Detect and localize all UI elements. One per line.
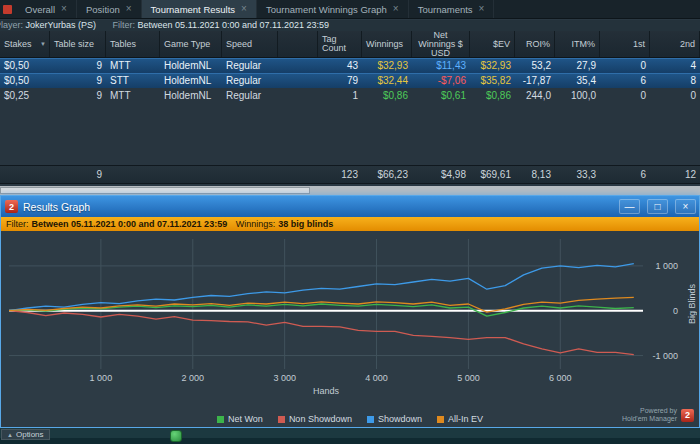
- y-axis-tick: 1 000: [646, 261, 678, 271]
- y-axis-label: Big Blinds: [685, 239, 698, 369]
- tab-label: Position: [86, 4, 120, 15]
- filter-label: Filter:: [113, 20, 136, 30]
- y-axis-ticks: 1 0000-1 000: [646, 239, 678, 369]
- column-header-spacer[interactable]: [278, 31, 318, 57]
- cell-roi: 244,0: [515, 88, 555, 103]
- cell-game-type: HoldemNL: [160, 73, 222, 88]
- cell-net-winnings: $11,43: [412, 58, 470, 73]
- cell-stakes: $0,50: [0, 58, 50, 73]
- tab-tournament-results[interactable]: Tournament Results×: [142, 0, 257, 18]
- cell-speed: Regular: [222, 88, 278, 103]
- cell-roi: -17,87: [515, 73, 555, 88]
- cell-ev: $0,86: [470, 88, 515, 103]
- tab-label: Overall: [25, 4, 55, 15]
- tab-close-icon[interactable]: ×: [393, 4, 399, 14]
- cell-second: 8: [650, 73, 700, 88]
- tab-label: Tournament Winnings Graph: [266, 4, 387, 15]
- cell-speed: Regular: [222, 58, 278, 73]
- tab-tournament-winnings-graph[interactable]: Tournament Winnings Graph×: [257, 0, 409, 18]
- cell-tag-count: 43: [318, 58, 362, 73]
- column-header-table-size[interactable]: Table size: [50, 31, 106, 57]
- legend-item-showdown: Showdown: [367, 414, 422, 424]
- cell-second: 4: [650, 58, 700, 73]
- window-titlebar[interactable]: 2 Results Graph — □ ×: [1, 196, 699, 217]
- x-axis-label: Hands: [9, 386, 643, 396]
- cell-ev: $32,93: [470, 58, 515, 73]
- powered-by-line2: Hold'em Manager: [622, 415, 677, 423]
- minimize-button[interactable]: —: [619, 199, 640, 214]
- summary-cell-first: 6: [600, 166, 650, 184]
- player-value: JokerYurbas (PS): [26, 20, 97, 30]
- column-header-second[interactable]: 2nd: [650, 31, 700, 57]
- table-row[interactable]: $0,509MTTHoldemNLRegular43$32,93$11,43$3…: [0, 58, 700, 73]
- powered-by: Powered by Hold'em Manager 2: [622, 407, 694, 423]
- tab-position[interactable]: Position×: [77, 0, 142, 18]
- legend-swatch: [278, 416, 285, 423]
- cell-roi: 53,2: [515, 58, 555, 73]
- close-button[interactable]: ×: [675, 199, 696, 214]
- tab-close-icon[interactable]: ×: [479, 4, 485, 14]
- tab-label: Tournament Results: [151, 4, 235, 15]
- cell-itm: 100,0: [555, 88, 600, 103]
- column-header-first[interactable]: 1st: [600, 31, 650, 57]
- series-non-showdown: [9, 311, 634, 355]
- horizontal-scrollbar[interactable]: [0, 186, 700, 195]
- app-icon: [3, 5, 12, 14]
- tab-close-icon[interactable]: ×: [126, 4, 132, 14]
- cell-tables: STT: [106, 73, 160, 88]
- table-row[interactable]: $0,509STTHoldemNLRegular79$32,44-$7,06$3…: [0, 73, 700, 88]
- x-axis-tick: 5 000: [457, 373, 480, 383]
- column-filter-dropdown-icon[interactable]: ▼: [40, 40, 46, 49]
- cell-second: 0: [650, 88, 700, 103]
- popup-filter-label: Filter:: [6, 219, 29, 229]
- window-title: Results Graph: [23, 201, 612, 213]
- summary-cell-second: 12: [650, 166, 700, 184]
- column-header-speed[interactable]: Speed: [222, 31, 278, 57]
- cell-table-size: 9: [50, 73, 106, 88]
- cell-game-type: HoldemNL: [160, 88, 222, 103]
- table-row[interactable]: $0,259MTTHoldemNLRegular1$0,86$0,61$0,86…: [0, 88, 700, 103]
- cell-tag-count: 79: [318, 73, 362, 88]
- summary-cell-tables: [106, 166, 160, 184]
- popup-winnings-label: Winnings:: [236, 219, 276, 229]
- summary-cell-speed: [222, 166, 278, 184]
- tab-tournaments[interactable]: Tournaments×: [409, 0, 495, 18]
- column-header-winnings[interactable]: Winnings: [362, 31, 412, 57]
- column-header-tag-count[interactable]: Tag Count: [318, 31, 362, 57]
- cell-speed: Regular: [222, 73, 278, 88]
- cell-stakes: $0,25: [0, 88, 50, 103]
- cell-ev: $35,82: [470, 73, 515, 88]
- scrollbar-thumb[interactable]: [0, 187, 310, 194]
- table-header: Stakes▼Table sizeTablesGame TypeSpeedTag…: [0, 31, 700, 58]
- legend-label: Showdown: [378, 414, 422, 424]
- column-header-roi[interactable]: ROI%: [515, 31, 555, 57]
- legend-item-all-in-ev: All-In EV: [437, 414, 483, 424]
- column-header-stakes[interactable]: Stakes▼: [0, 31, 50, 57]
- chart-plot-area: [9, 239, 643, 369]
- legend-swatch: [217, 416, 224, 423]
- column-header-game-type[interactable]: Game Type: [160, 31, 222, 57]
- column-header-ev[interactable]: $EV: [470, 31, 515, 57]
- summary-cell-winnings: $66,23: [362, 166, 412, 184]
- cell-first: 0: [600, 88, 650, 103]
- summary-cell-itm: 33,3: [555, 166, 600, 184]
- y-axis-tick: -1 000: [646, 351, 678, 361]
- options-button[interactable]: ▲ Options: [1, 429, 50, 440]
- column-header-tables[interactable]: Tables: [106, 31, 160, 57]
- column-header-net-winnings[interactable]: Net Winnings $ USD: [412, 31, 470, 57]
- cell-net-winnings: $0,61: [412, 88, 470, 103]
- cell-tag-count: 1: [318, 88, 362, 103]
- table-summary-row: 9123$66,23$4,98$69,618,1333,3612: [0, 165, 700, 184]
- cell-first: 0: [600, 58, 650, 73]
- tab-overall[interactable]: Overall×: [16, 0, 77, 18]
- summary-cell-ev: $69,61: [470, 166, 515, 184]
- maximize-button[interactable]: □: [647, 199, 668, 214]
- results-graph-canvas: [9, 239, 643, 369]
- taskbar-app-icon[interactable]: [170, 430, 182, 442]
- tab-close-icon[interactable]: ×: [241, 4, 247, 14]
- summary-cell-table-size: 9: [50, 166, 106, 184]
- tab-close-icon[interactable]: ×: [61, 4, 67, 14]
- chart-legend: Net WonNon ShowdownShowdownAll-In EV: [1, 414, 699, 424]
- column-header-itm[interactable]: ITM%: [555, 31, 600, 57]
- cell-itm: 35,4: [555, 73, 600, 88]
